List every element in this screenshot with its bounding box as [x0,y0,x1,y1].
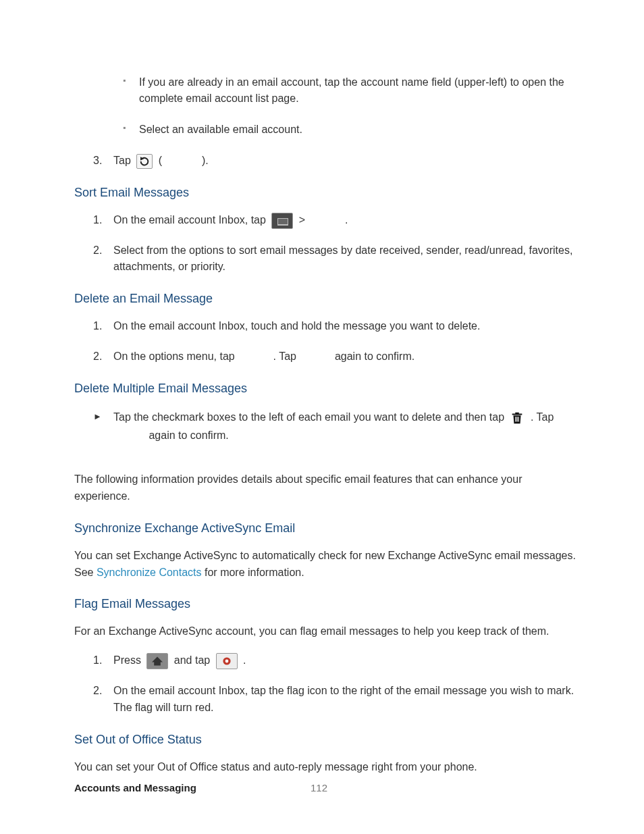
text: . Tap [531,411,554,423]
heading-sort-email: Sort Email Messages [74,186,576,200]
text: . [243,654,246,666]
text: again to confirm. [335,350,414,362]
list-item: 2. On the options menu, tap . Tap again … [93,348,576,365]
text: Select from the options to sort email me… [113,244,572,273]
text: > [299,214,308,226]
list-item: Tap the checkmark boxes to the left of e… [93,408,576,444]
flag-para: For an Exchange ActiveSync account, you … [74,623,576,640]
list-item: 1. Press and tap . [93,652,576,669]
page-number: 112 [311,782,327,793]
list-item: 2. On the email account Inbox, tap the f… [93,683,576,716]
svg-rect-2 [518,417,519,421]
page-container: If you are already in an email account, … [0,0,644,834]
list-item: 3. Tap ( ). [93,153,576,170]
intro-sub-bullets: If you are already in an email account, … [123,74,576,138]
svg-rect-1 [517,417,518,421]
text: Tap [113,155,131,166]
bullet-item: If you are already in an email account, … [123,74,576,107]
ordinal: 1. [93,318,102,335]
text: On the email account Inbox, tap the flag… [113,685,574,713]
svg-point-4 [225,660,228,663]
menu-icon [271,213,293,229]
sync-contacts-link[interactable]: Synchronize Contacts [97,567,202,578]
list-item: 2. Select from the options to sort email… [93,242,576,276]
heading-delete-many: Delete Multiple Email Messages [74,382,576,396]
email-app-icon [216,653,238,669]
text: ( [159,155,162,166]
text: . Tap [273,350,300,362]
heading-flag: Flag Email Messages [74,597,576,611]
bullet-item: Select an available email account. [123,122,576,138]
text: On the options menu, tap [113,350,238,362]
delete-one-steps: 1. On the email account Inbox, touch and… [93,318,576,365]
heading-ooo: Set Out of Office Status [74,733,576,747]
text: On the email account Inbox, tap [113,214,269,226]
text: On the email account Inbox, touch and ho… [113,320,480,332]
heading-sync: Synchronize Exchange ActiveSync Email [74,521,576,536]
flag-steps: 1. Press and tap . 2. On the email accou… [93,652,576,716]
page-footer: Accounts and Messaging 112 [74,782,576,793]
list-item: 1. On the email account Inbox, touch and… [93,318,576,335]
trash-icon [510,411,525,425]
ordinal: 2. [93,242,102,259]
heading-delete-one: Delete an Email Message [74,292,576,306]
ordinal: 2. [93,683,102,700]
text: for more information. [202,567,304,578]
svg-rect-0 [516,417,516,421]
home-icon [146,653,168,669]
text: Press [113,654,144,666]
ooo-para: You can set your Out of Office status an… [74,759,576,776]
text: Tap the checkmark boxes to the left of e… [113,411,507,423]
activesync-intro: The following information provides detai… [74,471,576,505]
ordinal: 1. [93,652,102,669]
text: and tap [174,654,213,666]
text: ). [202,155,209,166]
tap-refresh-step: 3. Tap ( ). [93,153,576,170]
delete-many-steps: Tap the checkmark boxes to the left of e… [93,408,576,444]
ordinal: 1. [93,212,102,229]
text: . [345,214,348,226]
text: again to confirm. [149,429,228,441]
sort-steps: 1. On the email account Inbox, tap > . 2… [93,212,576,276]
sync-para: You can set Exchange ActiveSync to autom… [74,548,576,581]
ordinal: 2. [93,348,102,365]
refresh-icon [136,154,153,169]
footer-section-title: Accounts and Messaging [74,782,196,793]
ordinal: 3. [93,153,102,170]
list-item: 1. On the email account Inbox, tap > . [93,212,576,229]
